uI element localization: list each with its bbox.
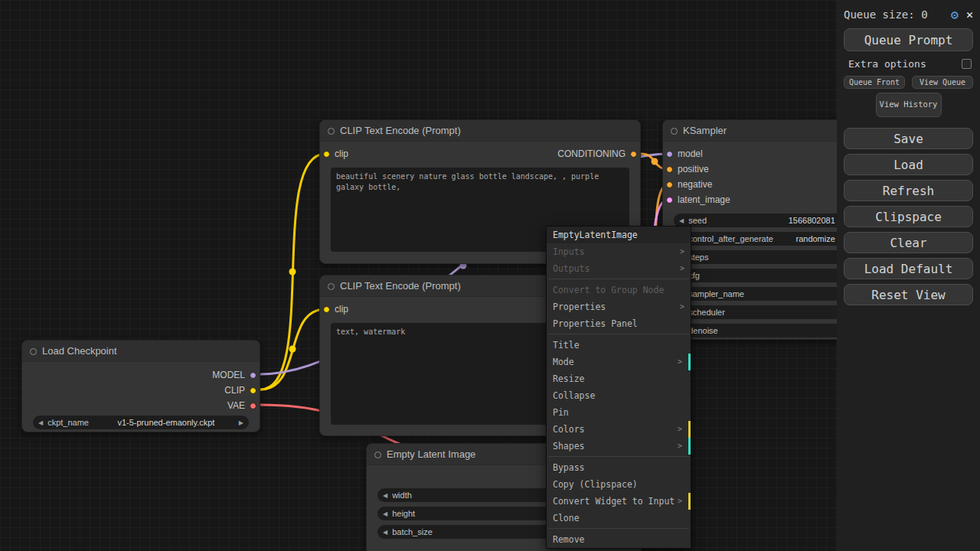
reset-view-button[interactable]: Reset View	[844, 284, 973, 305]
view-history-button[interactable]: View History	[876, 93, 942, 117]
slot-dot-conditioning[interactable]	[630, 151, 637, 158]
widget-ckpt-name[interactable]: ◀ ckpt_name v1-5-pruned-emaonly.ckpt ▶	[33, 416, 249, 429]
widget-left-arrow-icon[interactable]: ◀	[679, 217, 684, 224]
submenu-arrow-icon: >	[678, 496, 682, 507]
slot-label: model	[678, 148, 703, 159]
context-menu-item-properties[interactable]: Properties >	[547, 298, 691, 315]
node-collapse-dot[interactable]	[30, 348, 37, 355]
queue-size-label: Queue size: 0	[844, 8, 928, 21]
input-slot-positive[interactable]: positive	[663, 164, 709, 174]
context-menu-item-resize[interactable]: Resize	[547, 370, 691, 387]
output-slot-vae[interactable]: VAE	[227, 400, 260, 411]
clipspace-button[interactable]: Clipspace	[844, 206, 973, 227]
node-collapse-dot[interactable]	[374, 452, 381, 458]
widget-seed[interactable]: ◀ seed 1566802081 ▶	[674, 214, 850, 227]
widget-steps[interactable]: ◀ steps ▶	[674, 250, 850, 264]
context-menu-item-colors[interactable]: Colors >	[547, 421, 691, 438]
context-menu: EmptyLatentImage Inputs > Outputs > Conv…	[546, 226, 691, 549]
queue-prompt-button[interactable]: Queue Prompt	[844, 28, 973, 51]
node-collapse-dot[interactable]	[328, 128, 335, 135]
slot-label: clip	[335, 304, 348, 315]
clear-button[interactable]: Clear	[844, 232, 973, 253]
context-menu-item-copy-clipspace[interactable]: Copy (Clipspace)	[547, 476, 691, 493]
slot-label: latent_image	[678, 194, 730, 205]
context-menu-item-convert-to-group-node: Convert to Group Node	[547, 282, 691, 298]
submenu-arrow-icon: >	[678, 357, 682, 367]
slot-dot-model[interactable]	[250, 372, 256, 379]
slot-label: VAE	[227, 400, 245, 411]
slot-dot-clip[interactable]	[323, 151, 330, 158]
node-title-text: Load Checkpoint	[42, 345, 117, 357]
node-title-bar[interactable]: KSampler	[663, 120, 861, 142]
context-menu-item-collapse[interactable]: Collapse	[547, 387, 691, 404]
context-menu-item-convert-widget-to-input[interactable]: Convert Widget to Input >	[547, 493, 691, 510]
context-menu-item-bypass[interactable]: Bypass	[547, 459, 691, 476]
node-title-text: KSampler	[683, 125, 727, 136]
slot-dot-clip[interactable]	[250, 387, 256, 394]
menu-separator	[548, 279, 689, 279]
input-slot-negative[interactable]: negative	[663, 179, 712, 190]
extra-options-label: Extra options	[848, 58, 926, 70]
widget-right-arrow-icon[interactable]: ▶	[239, 419, 243, 426]
context-menu-item-outputs: Outputs >	[547, 260, 691, 277]
queue-front-button[interactable]: Queue Front	[844, 76, 905, 89]
widget-cfg[interactable]: ◀ cfg ▶	[674, 269, 850, 282]
node-title-bar[interactable]: Load Checkpoint	[22, 341, 260, 362]
output-slot-model[interactable]: MODEL	[212, 370, 260, 380]
menu-separator	[548, 334, 689, 334]
slot-label: clip	[335, 148, 348, 159]
view-queue-button[interactable]: View Queue	[912, 76, 973, 89]
load-button[interactable]: Load	[844, 154, 973, 175]
widget-control-after-generate[interactable]: ◀ control_after_generate randomize ▶	[674, 232, 850, 246]
output-slot-clip[interactable]: CLIP	[224, 385, 260, 396]
context-menu-title: EmptyLatentImage	[547, 227, 691, 243]
settings-gear-icon[interactable]: ⚙	[951, 8, 959, 21]
input-slot-model[interactable]: model	[663, 148, 703, 159]
context-menu-item-remove[interactable]: Remove	[547, 531, 691, 548]
node-title-text: CLIP Text Encode (Prompt)	[340, 125, 461, 136]
submenu-arrow-icon: >	[680, 302, 684, 312]
slot-label: positive	[678, 164, 709, 174]
context-menu-item-shapes[interactable]: Shapes >	[547, 438, 691, 455]
comfy-menu-panel: Queue size: 0 ⚙ ✕ Queue Prompt Extra opt…	[837, 0, 980, 551]
widget-scheduler[interactable]: ◀ scheduler ▶	[674, 305, 850, 319]
widget-left-arrow-icon[interactable]: ◀	[383, 492, 387, 499]
load-default-button[interactable]: Load Default	[844, 258, 973, 279]
app-viewport: CLIP Text Encode (Prompt) clip CONDITION…	[0, 0, 980, 551]
input-slot-clip[interactable]: clip	[320, 304, 348, 315]
context-menu-item-title[interactable]: Title	[547, 337, 691, 354]
output-slot-conditioning[interactable]: CONDITIONING	[557, 148, 640, 159]
extra-options-checkbox[interactable]	[962, 59, 972, 69]
widget-sampler-name[interactable]: ◀ sampler_name ▶	[674, 287, 850, 301]
input-slot-clip[interactable]: clip	[320, 148, 348, 159]
context-menu-item-properties-panel[interactable]: Properties Panel	[547, 315, 691, 332]
node-load-checkpoint[interactable]: Load Checkpoint MODEL CLIP VAE ◀ ckpt_na…	[21, 340, 260, 432]
node-collapse-dot[interactable]	[671, 128, 678, 135]
context-menu-item-clone[interactable]: Clone	[547, 510, 691, 527]
widget-denoise[interactable]: ◀ denoise ▶	[674, 324, 850, 337]
node-title-text: Empty Latent Image	[387, 448, 475, 460]
node-collapse-dot[interactable]	[328, 283, 335, 290]
slot-dot-latent-image[interactable]	[666, 197, 673, 204]
slot-dot-positive[interactable]	[666, 166, 673, 173]
node-title-bar[interactable]: CLIP Text Encode (Prompt)	[320, 120, 640, 142]
context-menu-item-mode[interactable]: Mode >	[547, 354, 691, 370]
close-icon[interactable]: ✕	[966, 9, 973, 21]
save-button[interactable]: Save	[844, 128, 973, 149]
slot-dot-negative[interactable]	[666, 181, 673, 188]
context-menu-item-inputs: Inputs >	[547, 243, 691, 260]
menu-separator	[548, 528, 689, 529]
widget-left-arrow-icon[interactable]: ◀	[383, 529, 387, 536]
widget-left-arrow-icon[interactable]: ◀	[38, 419, 43, 426]
widget-left-arrow-icon[interactable]: ◀	[383, 510, 387, 517]
slot-dot-clip[interactable]	[323, 306, 330, 313]
submenu-arrow-icon: >	[680, 246, 684, 257]
node-title-text: CLIP Text Encode (Prompt)	[340, 280, 461, 292]
node-ksampler[interactable]: KSampler model positive negative latent_…	[662, 119, 861, 340]
submenu-arrow-icon: >	[680, 263, 684, 274]
input-slot-latent-image[interactable]: latent_image	[663, 194, 730, 205]
slot-dot-vae[interactable]	[250, 403, 256, 409]
slot-dot-model[interactable]	[666, 151, 673, 158]
context-menu-item-pin[interactable]: Pin	[547, 404, 691, 421]
refresh-button[interactable]: Refresh	[844, 180, 973, 201]
